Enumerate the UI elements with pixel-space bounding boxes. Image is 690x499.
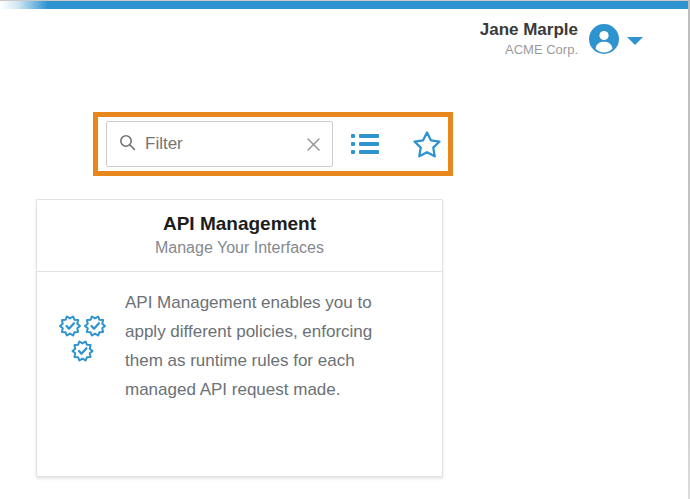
card-body: API Management enables you to apply diff… xyxy=(37,272,442,476)
brand-top-bar xyxy=(0,1,688,9)
api-management-card[interactable]: API Management Manage Your Interfaces xyxy=(36,199,443,477)
card-description: API Management enables you to apply diff… xyxy=(125,288,401,404)
user-organization: ACME Corp. xyxy=(480,42,578,58)
policy-gears-check-icon xyxy=(56,310,110,372)
filter-field[interactable] xyxy=(106,121,333,167)
chevron-down-icon[interactable] xyxy=(627,37,643,45)
user-name: Jane Marple xyxy=(480,20,578,40)
search-icon xyxy=(119,134,136,155)
list-view-button[interactable] xyxy=(350,132,380,156)
user-avatar-icon[interactable] xyxy=(589,24,619,54)
card-title: API Management xyxy=(37,212,442,236)
card-subtitle: Manage Your Interfaces xyxy=(37,237,442,259)
card-header: API Management Manage Your Interfaces xyxy=(37,200,442,272)
user-menu[interactable]: Jane Marple ACME Corp. xyxy=(480,20,578,58)
app-window: Jane Marple ACME Corp. xyxy=(0,0,690,499)
filter-input[interactable] xyxy=(136,134,306,154)
clear-filter-icon[interactable] xyxy=(306,137,321,152)
favorites-filter-button[interactable] xyxy=(411,129,443,161)
